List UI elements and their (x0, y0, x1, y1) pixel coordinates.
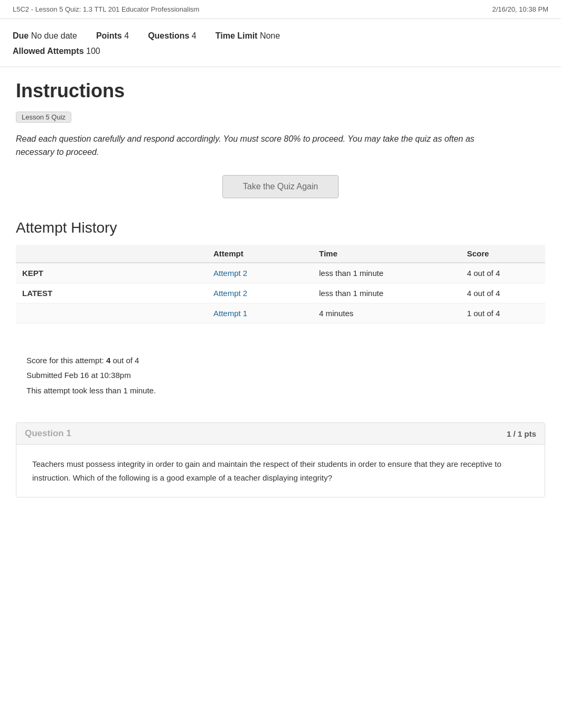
score-info: Score for this attempt: 4 out of 4 Submi… (16, 345, 545, 407)
allowed-value: 100 (86, 47, 100, 56)
due-value: No due date (31, 31, 77, 40)
quiz-button-wrapper: Take the Quiz Again (16, 175, 545, 198)
table-row: KEPTAttempt 2less than 1 minute4 out of … (16, 263, 545, 283)
col-header-score: Score (461, 245, 545, 263)
attempt-link[interactable]: Attempt 1 (213, 309, 247, 318)
col-header-time: Time (313, 245, 461, 263)
questions-label: Questions (148, 31, 189, 40)
score-text: Score for this attempt: (26, 356, 106, 365)
row-label: KEPT (16, 263, 207, 283)
page-title: L5C2 - Lesson 5 Quiz: 1.3 TTL 201 Educat… (13, 5, 199, 13)
table-header-row: Attempt Time Score (16, 245, 545, 263)
time-limit-label: Time Limit (216, 31, 258, 40)
table-row: LATESTAttempt 2less than 1 minute4 out o… (16, 283, 545, 303)
main-content: Instructions Lesson 5 Quiz Read each que… (0, 67, 561, 523)
row-attempt[interactable]: Attempt 2 (207, 263, 313, 283)
attempt-link[interactable]: Attempt 2 (213, 269, 247, 278)
attempt-link[interactable]: Attempt 2 (213, 289, 247, 298)
row-attempt[interactable]: Attempt 1 (207, 303, 313, 323)
time-limit-value: None (260, 31, 280, 40)
row-score: 4 out of 4 (461, 263, 545, 283)
meta-info: Due No due date Points 4 Questions 4 Tim… (0, 19, 561, 67)
score-suffix: out of 4 (110, 356, 139, 365)
col-header-label (16, 245, 207, 263)
score-line: Score for this attempt: 4 out of 4 (26, 353, 535, 368)
row-score: 4 out of 4 (461, 283, 545, 303)
lesson-tag: Lesson 5 Quiz (16, 112, 71, 123)
row-time: less than 1 minute (313, 263, 461, 283)
row-time: 4 minutes (313, 303, 461, 323)
question-1-header: Question 1 1 / 1 pts (16, 423, 545, 445)
allowed-label: Allowed Attempts (13, 47, 84, 56)
row-score: 1 out of 4 (461, 303, 545, 323)
meta-questions: Questions 4 (148, 29, 197, 44)
table-row: Attempt 14 minutes1 out of 4 (16, 303, 545, 323)
take-quiz-button[interactable]: Take the Quiz Again (222, 175, 339, 198)
instructions-body: Read each question carefully and respond… (16, 132, 491, 159)
col-header-attempt: Attempt (207, 245, 313, 263)
row-time: less than 1 minute (313, 283, 461, 303)
submitted-line: Submitted Feb 16 at 10:38pm (26, 368, 535, 383)
meta-time-limit: Time Limit None (216, 29, 280, 44)
question-1-label: Question 1 (25, 428, 71, 439)
question-1-body: Teachers must possess integrity in order… (16, 445, 545, 497)
row-label: LATEST (16, 283, 207, 303)
questions-value: 4 (192, 31, 197, 40)
attempt-history-title: Attempt History (16, 219, 545, 236)
row-attempt[interactable]: Attempt 2 (207, 283, 313, 303)
datetime: 2/16/20, 10:38 PM (492, 5, 548, 13)
duration-line: This attempt took less than 1 minute. (26, 383, 535, 399)
meta-allowed: Allowed Attempts 100 (13, 44, 548, 59)
meta-due: Due No due date (13, 29, 77, 44)
question-1-pts: 1 / 1 pts (507, 429, 536, 438)
points-value: 4 (124, 31, 129, 40)
due-label: Due (13, 31, 29, 40)
score-number: 4 (106, 356, 110, 365)
instructions-title: Instructions (16, 80, 545, 102)
question-1-section: Question 1 1 / 1 pts Teachers must posse… (16, 422, 545, 497)
attempt-table: Attempt Time Score KEPTAttempt 2less tha… (16, 245, 545, 324)
top-bar: L5C2 - Lesson 5 Quiz: 1.3 TTL 201 Educat… (0, 0, 561, 19)
row-label (16, 303, 207, 323)
meta-points: Points 4 (96, 29, 129, 44)
points-label: Points (96, 31, 122, 40)
